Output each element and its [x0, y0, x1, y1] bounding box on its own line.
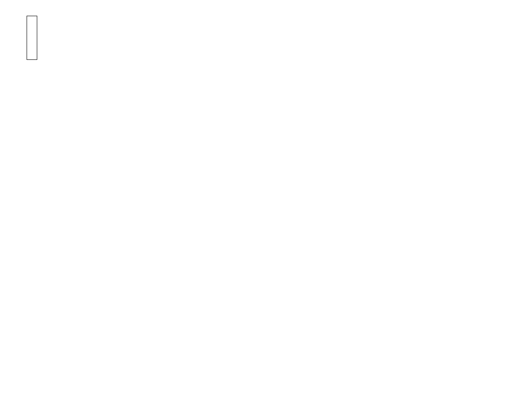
plot-canvas: [0, 0, 532, 399]
figure: [0, 0, 532, 399]
